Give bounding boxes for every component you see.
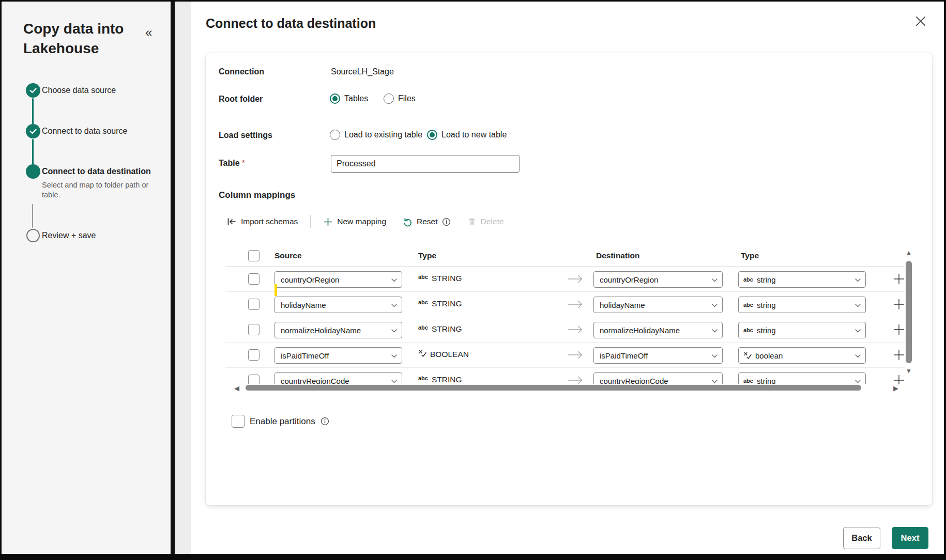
step-connector (32, 139, 34, 165)
mappings-toolbar: Import schemas New mapping Reset (225, 213, 505, 230)
wizard-sidebar: Copy data into Lakehouse « Choose data s… (2, 2, 171, 554)
chevron-down-icon (712, 354, 718, 358)
mapping-arrow-icon (568, 300, 583, 308)
required-asterisk: * (242, 159, 245, 167)
sidebar-step-choose-data-source[interactable]: Choose data source (42, 86, 116, 95)
chevron-down-icon (391, 304, 397, 307)
delete-button[interactable]: Delete (466, 215, 505, 228)
horizontal-scrollbar-thumb[interactable] (246, 385, 861, 391)
wizard-title: Copy data into Lakehouse (23, 19, 150, 58)
scroll-down-icon[interactable]: ▼ (906, 367, 912, 375)
horizontal-scrollbar[interactable]: ◀ ▶ (223, 383, 903, 393)
abc-type-icon: abc (743, 302, 753, 308)
new-mapping-button[interactable]: New mapping (322, 215, 387, 229)
add-mapping-button[interactable] (893, 349, 905, 361)
row-checkbox[interactable] (248, 273, 260, 285)
mapping-row: normalizeHolidayName abc STRING (225, 317, 905, 343)
enable-partitions-checkbox[interactable] (232, 415, 245, 428)
radio-unselected-icon (384, 94, 394, 104)
reset-button[interactable]: Reset (402, 215, 452, 229)
boolean-type-icon (418, 350, 426, 357)
row-checkbox[interactable] (248, 299, 260, 310)
import-schemas-button[interactable]: Import schemas (225, 214, 299, 229)
vertical-scrollbar[interactable]: ▲ ▼ (905, 247, 913, 425)
sidebar-step-review-save[interactable]: Review + save (42, 231, 96, 240)
mapping-grid-header: Source Type Destination Type (225, 247, 905, 267)
connection-label: Connection (219, 67, 264, 76)
trash-icon (467, 217, 477, 226)
source-column-dropdown[interactable]: countryOrRegion (274, 271, 402, 288)
page-title: Connect to data destination (206, 16, 376, 31)
row-checkbox[interactable] (248, 324, 260, 335)
step-description: Select and map to folder path or table. (42, 180, 155, 200)
destination-column-dropdown[interactable]: isPaidTimeOff (593, 347, 723, 364)
source-column-dropdown[interactable]: normalizeHolidayName (274, 322, 402, 338)
sidebar-step-connect-to-data-destination[interactable]: Connect to data destination (42, 167, 151, 176)
taskbar-strip (2, 554, 946, 560)
destination-type-dropdown[interactable]: abc string (738, 271, 866, 288)
column-header-destination-type: Type (741, 251, 759, 260)
add-mapping-button[interactable] (893, 273, 905, 285)
mapping-rows: countryOrRegion abc STRING (225, 267, 905, 384)
collapse-sidebar-icon[interactable]: « (145, 26, 152, 39)
panel-gutter (175, 2, 191, 554)
scroll-up-icon[interactable]: ▲ (906, 249, 912, 256)
chevron-down-icon (391, 329, 397, 333)
load-existing-table-radio[interactable]: Load to existing table (330, 130, 422, 140)
mapping-arrow-icon (568, 351, 583, 359)
add-mapping-button[interactable] (893, 324, 905, 335)
radio-selected-icon (427, 130, 437, 140)
root-folder-tables-radio[interactable]: Tables (330, 94, 368, 104)
chevron-down-icon (712, 278, 718, 282)
checkmark-icon (29, 128, 37, 135)
chevron-down-icon (391, 278, 397, 282)
scroll-right-icon[interactable]: ▶ (893, 384, 898, 392)
destination-type-dropdown[interactable]: abc boolean (738, 347, 866, 364)
table-label: Table* (219, 159, 245, 168)
chevron-down-icon (855, 278, 861, 282)
info-icon (321, 417, 329, 426)
chevron-down-icon (855, 329, 861, 333)
reset-icon (403, 217, 413, 227)
panel-divider (171, 2, 175, 554)
column-header-destination: Destination (596, 251, 639, 260)
vertical-scrollbar-thumb[interactable] (906, 261, 912, 363)
step-circle-complete (26, 124, 40, 138)
next-button[interactable]: Next (892, 527, 928, 549)
close-icon[interactable] (916, 16, 928, 28)
select-all-checkbox[interactable] (248, 250, 260, 261)
source-type-cell: abc BOOLEAN (418, 350, 469, 359)
connection-value: SourceLH_Stage (331, 67, 394, 76)
table-name-input[interactable]: Processed (331, 155, 520, 173)
mapping-arrow-icon (568, 325, 583, 334)
row-checkbox[interactable] (248, 349, 260, 361)
destination-type-dropdown[interactable]: abc string (738, 322, 866, 338)
destination-column-dropdown[interactable]: holidayName (593, 297, 723, 313)
root-folder-files-radio[interactable]: Files (384, 94, 416, 104)
load-settings-label: Load settings (219, 131, 272, 140)
destination-type-dropdown[interactable]: abc string (738, 297, 866, 313)
import-icon (226, 216, 237, 227)
abc-type-icon: abc (418, 324, 428, 331)
destination-column-dropdown[interactable]: normalizeHolidayName (593, 322, 723, 338)
source-type-cell: abc STRING (418, 274, 462, 283)
plus-icon (323, 217, 333, 227)
source-column-dropdown[interactable]: isPaidTimeOff (274, 347, 402, 364)
step-connector (32, 204, 33, 228)
abc-type-icon: abc (743, 327, 753, 333)
load-new-table-radio[interactable]: Load to new table (427, 130, 507, 140)
mapping-row: countryRegionCode abc STRING (225, 368, 905, 384)
source-column-dropdown[interactable]: holidayName (274, 297, 402, 313)
info-icon (442, 217, 451, 226)
toolbar-divider (310, 215, 311, 228)
column-header-source: Source (274, 251, 302, 260)
chevron-down-icon (391, 354, 397, 358)
sidebar-step-connect-to-data-source[interactable]: Connect to data source (42, 127, 127, 136)
add-mapping-button[interactable] (893, 299, 905, 310)
destination-column-dropdown[interactable]: countryOrRegion (593, 271, 723, 288)
chevron-down-icon (712, 304, 718, 307)
back-button[interactable]: Back (843, 527, 880, 549)
scroll-left-icon[interactable]: ◀ (234, 384, 239, 392)
source-type-cell: abc STRING (418, 324, 462, 334)
abc-type-icon: abc (418, 375, 428, 381)
